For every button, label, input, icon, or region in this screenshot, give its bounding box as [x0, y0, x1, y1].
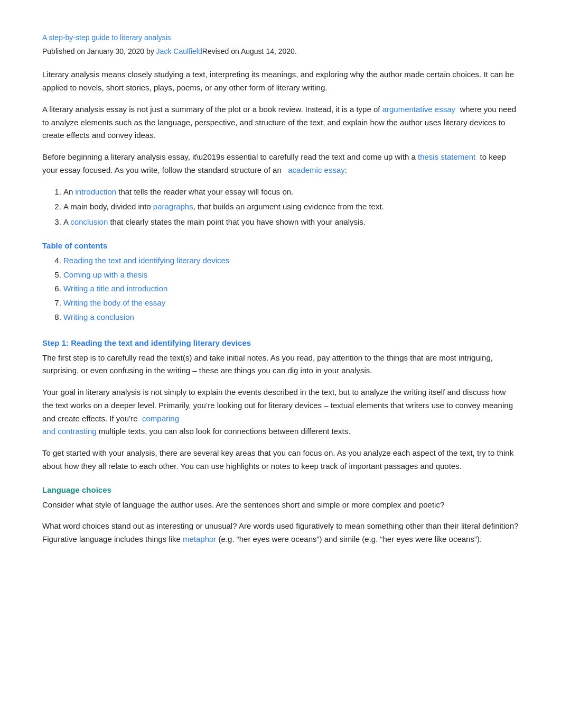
intro-para-2-start: A literary analysis essay is not just a …	[42, 105, 382, 114]
language-choices-para2: What word choices stand out as interesti…	[42, 520, 519, 546]
toc-item-7: Writing the body of the essay	[63, 297, 519, 310]
toc-link-4[interactable]: Reading the text and identifying literar…	[63, 256, 229, 265]
toc-link-5[interactable]: Coming up with a thesis	[63, 270, 147, 279]
intro-para-2: A literary analysis essay is not just a …	[42, 103, 519, 142]
toc-item-4: Reading the text and identifying literar…	[63, 254, 519, 268]
toc-link-8[interactable]: Writing a conclusion	[63, 312, 134, 321]
thesis-statement-link[interactable]: thesis statement	[418, 152, 475, 161]
toc-link-6[interactable]: Writing a title and introduction	[63, 284, 167, 293]
structure-list: An introduction that tells the reader wh…	[63, 186, 519, 229]
step1-para2-end: multiple texts, you can also look for co…	[97, 427, 351, 436]
byline-prefix: Published on January 30, 2020 by	[42, 47, 156, 56]
argumentative-essay-link[interactable]: argumentative essay	[382, 105, 455, 114]
toc-link-7[interactable]: Writing the body of the essay	[63, 298, 165, 307]
toc-item-5: Coming up with a thesis	[63, 269, 519, 282]
jack-caulfield-link[interactable]: Jack Caulfield	[156, 47, 202, 56]
list-item-1: An introduction that tells the reader wh…	[63, 186, 519, 199]
list-item-3-prefix: A	[63, 217, 70, 226]
step1-para1: The first step is to carefully read the …	[42, 352, 519, 378]
intro-para-3: Before beginning a literary analysis ess…	[42, 151, 519, 177]
metaphor-link[interactable]: metaphor	[183, 535, 216, 543]
introduction-link[interactable]: introduction	[76, 187, 117, 196]
step1-para2-start: Your goal in literary analysis is not si…	[42, 388, 513, 423]
academic-essay-link[interactable]: academic essay	[288, 165, 345, 174]
language-choices-heading: Language choices	[42, 484, 519, 496]
language-para2-suffix: (e.g. “her eyes were oceans”) and simile…	[216, 535, 482, 543]
list-item-1-suffix: that tells the reader what your essay wi…	[116, 187, 293, 196]
comparing-link[interactable]: comparing	[142, 414, 179, 423]
list-item-2: A main body, divided into paragraphs, th…	[63, 200, 519, 214]
list-item-3: A conclusion that clearly states the mai…	[63, 216, 519, 229]
byline-suffix: Revised on August 14, 2020.	[202, 47, 297, 56]
main-heading: A step-by-step guide to literary analysi…	[42, 32, 519, 43]
toc-list: Reading the text and identifying literar…	[63, 254, 519, 324]
language-choices-para1: Consider what style of language the auth…	[42, 499, 519, 512]
list-item-3-suffix: that clearly states the main point that …	[108, 217, 366, 226]
paragraphs-link[interactable]: paragraphs	[153, 202, 193, 211]
toc-item-8: Writing a conclusion	[63, 311, 519, 324]
step1-para2: Your goal in literary analysis is not si…	[42, 386, 519, 438]
intro-para-3-start: Before beginning a literary analysis ess…	[42, 152, 418, 161]
toc-item-6: Writing a title and introduction	[63, 282, 519, 296]
byline: Published on January 30, 2020 by Jack Ca…	[42, 45, 519, 58]
list-item-1-prefix: An	[63, 187, 76, 196]
contrasting-link[interactable]: and contrasting	[42, 427, 97, 436]
list-item-2-prefix: A main body, divided into	[63, 202, 153, 211]
toc-heading: Table of contents	[42, 239, 519, 252]
intro-para-1: Literary analysis means closely studying…	[42, 68, 519, 95]
step1-para3: To get started with your analysis, there…	[42, 447, 519, 473]
step1-heading: Step 1: Reading the text and identifying…	[42, 337, 519, 349]
conclusion-link[interactable]: conclusion	[70, 217, 108, 226]
list-item-2-suffix: , that builds an argument using evidence…	[193, 202, 384, 211]
intro-para-3-end: :	[345, 165, 347, 174]
